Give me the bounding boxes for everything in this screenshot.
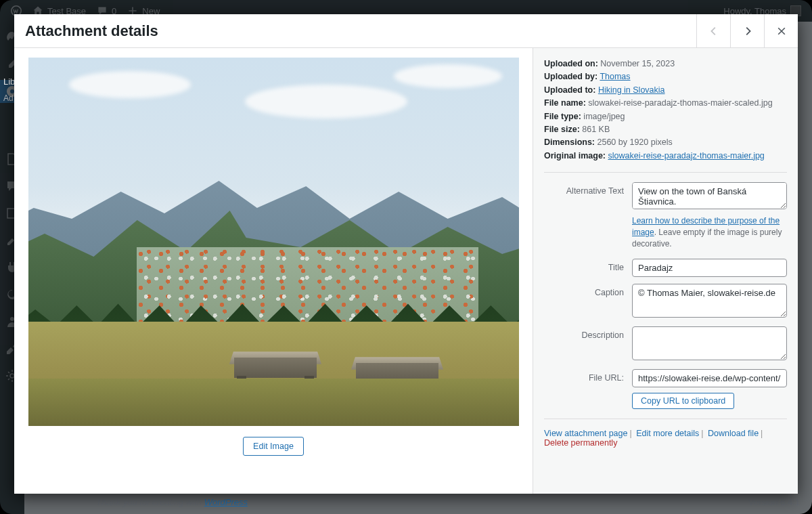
title-label: Title [544,259,632,277]
caption-input[interactable] [632,284,787,318]
prev-attachment-button[interactable] [696,14,730,48]
wordpress-link[interactable]: WordPress [204,497,248,507]
file-size-value: 861 KB [582,125,610,134]
modal-header: Attachment details [14,14,798,48]
file-name-value: slowakei-reise-paradajz-thomas-maier-sca… [588,98,772,108]
description-label: Description [544,326,632,362]
view-attachment-link[interactable]: View attachment page [544,429,627,438]
edit-image-button[interactable]: Edit Image [243,437,304,456]
file-type-value: image/jpeg [583,112,625,121]
attachment-details-modal: Attachment details [14,14,798,494]
next-attachment-button[interactable] [730,14,764,48]
uploaded-by-link[interactable]: Thomas [600,72,630,81]
version-text: Version 6.4.1 [748,497,800,507]
uploaded-to-link[interactable]: Hiking in Slovakia [598,85,665,95]
attachment-image [28,58,519,426]
fileurl-input[interactable] [632,369,787,387]
close-modal-button[interactable] [764,14,798,48]
submenu-add-new[interactable]: Ad [3,93,14,103]
alt-text-label: Alternative Text [544,182,632,252]
attachment-actions: View attachment page| Edit more details|… [544,429,787,448]
delete-permanently-link[interactable]: Delete permanently [544,438,617,448]
attachment-details-pane: Uploaded on: November 15, 2023 Uploaded … [533,48,798,494]
edit-details-link[interactable]: Edit more details [636,429,699,438]
media-preview-pane: Edit Image [14,48,533,494]
title-input[interactable] [632,259,787,277]
modal-title: Attachment details [14,14,696,48]
description-input[interactable] [632,326,787,360]
fileurl-label: File URL: [544,369,632,409]
alt-text-input[interactable] [632,182,787,209]
copy-url-button[interactable]: Copy URL to clipboard [632,393,734,409]
admin-footer: Thank you for creating with WordPress. V… [96,497,800,507]
caption-label: Caption [544,284,632,320]
submenu-library[interactable]: Lib [3,77,15,87]
original-image-link[interactable]: slowakei-reise-paradajz-thomas-maier.jpg [608,151,764,160]
dimensions-value: 2560 by 1920 pixels [597,137,673,147]
download-file-link[interactable]: Download file [708,429,759,438]
uploaded-on-value: November 15, 2023 [600,59,675,68]
